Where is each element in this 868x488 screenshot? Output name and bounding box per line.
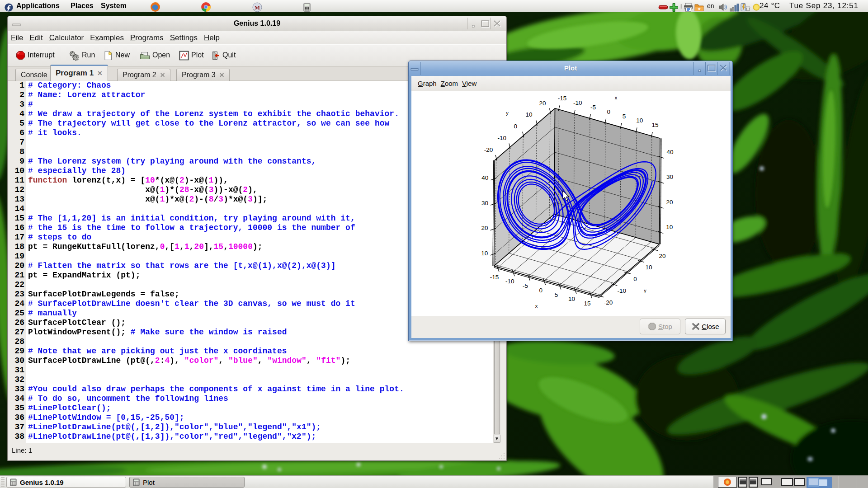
svg-text:-10: -10 — [573, 99, 582, 106]
svg-text:-20: -20 — [604, 299, 613, 306]
svg-text:20: 20 — [659, 253, 665, 259]
svg-text:5: 5 — [555, 291, 558, 298]
svg-text:0: 0 — [607, 108, 610, 115]
svg-text:0: 0 — [514, 123, 517, 130]
svg-text:x: x — [615, 95, 618, 100]
svg-text:0: 0 — [539, 287, 542, 294]
svg-text:15: 15 — [584, 300, 590, 307]
svg-text:10: 10 — [666, 224, 673, 230]
svg-text:10: 10 — [481, 250, 488, 257]
svg-text:0: 0 — [633, 276, 637, 282]
svg-text:y: y — [506, 110, 509, 116]
svg-text:10: 10 — [636, 117, 643, 124]
svg-text:-10: -10 — [498, 135, 507, 141]
svg-text:x: x — [535, 303, 538, 309]
svg-text:5: 5 — [623, 113, 626, 120]
svg-text:y: y — [644, 288, 646, 293]
svg-text:-5: -5 — [523, 282, 528, 289]
svg-text:10: 10 — [568, 296, 575, 302]
svg-text:-15: -15 — [558, 95, 567, 102]
svg-text:-10: -10 — [618, 287, 627, 294]
svg-text:10: 10 — [645, 264, 652, 271]
svg-text:20: 20 — [539, 100, 546, 107]
svg-text:-20: -20 — [484, 146, 493, 153]
svg-text:20: 20 — [666, 199, 673, 206]
svg-text:15: 15 — [651, 122, 658, 128]
svg-text:40: 40 — [666, 149, 673, 155]
svg-text:10: 10 — [525, 111, 532, 118]
svg-text:30: 30 — [481, 200, 488, 206]
svg-text:40: 40 — [481, 174, 488, 181]
svg-text:30: 30 — [666, 174, 673, 180]
svg-text:-15: -15 — [490, 274, 499, 281]
svg-text:20: 20 — [481, 225, 488, 231]
svg-text:M: M — [255, 4, 260, 10]
svg-text:-10: -10 — [505, 278, 514, 285]
svg-text:-5: -5 — [590, 104, 596, 111]
